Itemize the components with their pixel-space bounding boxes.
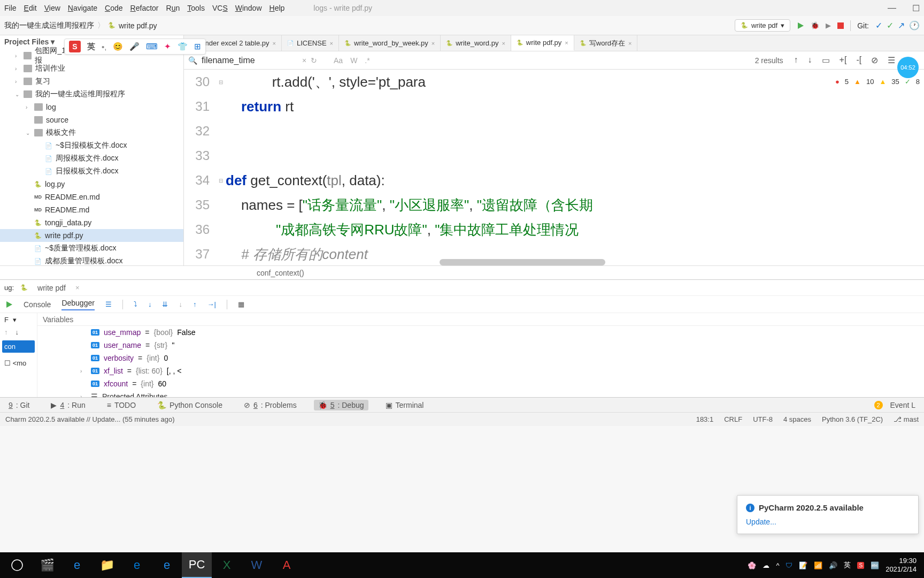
close-icon[interactable]: × (432, 40, 435, 47)
run-button[interactable] (797, 22, 804, 29)
taskbar-excel[interactable]: X (212, 552, 242, 578)
ime-emoji-icon[interactable]: 😊 (113, 42, 123, 51)
todo-toolwindow[interactable]: ≡ TODO (103, 400, 140, 410)
ime-toolbar[interactable]: S 英 •, 😊 🎤 ⌨ ✦ 👕 ⊞ (64, 39, 206, 55)
ime-lang[interactable]: 英 (87, 42, 95, 52)
run-to-cursor-icon[interactable]: →| (207, 300, 215, 308)
close-icon[interactable]: × (330, 40, 333, 47)
frame-up-icon[interactable]: ↑ (4, 328, 8, 336)
ime-menu-icon[interactable]: ⊞ (194, 42, 201, 51)
debug-session-tab[interactable]: write pdf (34, 282, 69, 294)
start-button[interactable] (2, 552, 32, 578)
search-history-icon[interactable]: ↻ (311, 56, 317, 65)
code-content[interactable]: rt.add('、', style='pt_para return rt def… (226, 70, 924, 265)
step-out-icon[interactable]: ↑ (193, 300, 197, 308)
horizontal-scrollbar[interactable] (440, 259, 605, 265)
close-icon[interactable]: × (273, 40, 276, 47)
git-push-icon[interactable]: ↗ (898, 20, 905, 31)
menu-tools[interactable]: Tools (187, 4, 205, 12)
expand-arrow-icon[interactable]: › (80, 394, 87, 398)
editor-tab[interactable]: 📄LICENSE× (282, 35, 339, 51)
editor-tab[interactable]: 🐍write pdf.py× (511, 35, 574, 51)
menu-run[interactable]: Run (166, 4, 180, 12)
tray-icon[interactable]: ☁ (763, 561, 769, 569)
ime-tool-icon[interactable]: ✦ (164, 42, 171, 51)
variable-row[interactable]: 01 verbosity = {int} 0 (37, 352, 924, 364)
editor-tab[interactable]: 🐍write_word.py× (441, 35, 511, 51)
tree-item[interactable]: MDREADME.md (0, 203, 183, 216)
tree-item[interactable]: 📄日报模板文件.docx (0, 165, 183, 178)
menu-help[interactable]: Help (270, 4, 285, 12)
menu-navigate[interactable]: Navigate (68, 4, 97, 12)
step-into-icon[interactable]: ↓ (148, 300, 152, 308)
close-icon[interactable]: × (565, 40, 568, 46)
variable-row[interactable]: ›01 xf_list = {list: 60} [, , < (37, 364, 924, 377)
tray-volume-icon[interactable]: 🔊 (829, 561, 837, 569)
debugger-tab[interactable]: Debugger (61, 299, 95, 310)
prev-match-icon[interactable]: ↑ (794, 55, 798, 65)
taskbar-ie[interactable]: e (62, 552, 92, 578)
ime-voice-icon[interactable]: 🎤 (129, 42, 140, 51)
line-separator[interactable]: CRLF (724, 415, 742, 423)
console-tab[interactable]: Console (24, 300, 51, 309)
debug-button[interactable]: 🐞 (811, 21, 819, 29)
step-into-my-icon[interactable]: ⇊ (162, 300, 168, 308)
tree-item[interactable]: 📄~$质量管理模板.docx (0, 242, 183, 255)
terminal-toolwindow[interactable]: ▣ Terminal (381, 400, 428, 410)
close-icon[interactable]: × (502, 40, 505, 47)
run-configuration-selector[interactable]: 🐍 write pdf ▾ (735, 19, 790, 32)
update-link[interactable]: Update... (746, 518, 910, 526)
minimize-button[interactable]: — (888, 3, 896, 13)
tree-item[interactable]: MDREADME.en.md (0, 191, 183, 203)
clear-search-icon[interactable]: × (302, 56, 306, 65)
tree-item[interactable]: 📄成都质量管理模板.docx (0, 255, 183, 265)
search-input[interactable] (202, 56, 298, 65)
tree-item[interactable]: 📄周报模板文件.docx (0, 152, 183, 165)
stop-button[interactable] (837, 22, 844, 29)
tree-item[interactable]: source (0, 113, 183, 126)
breadcrumb-root[interactable]: 我的一键生成运维周报程序 (4, 21, 94, 31)
editor-breadcrumb[interactable]: conf_context() (0, 265, 924, 279)
close-icon[interactable]: × (628, 40, 632, 47)
tree-item[interactable]: 🐍write pdf.py (0, 229, 183, 242)
maximize-button[interactable]: ☐ (912, 3, 920, 13)
evaluate-icon[interactable]: ▦ (238, 300, 244, 308)
frame-down-icon[interactable]: ↓ (16, 328, 19, 336)
exclude-icon[interactable]: ⊘ (871, 55, 878, 65)
coverage-button[interactable]: ▶ (826, 21, 831, 29)
tray-up-icon[interactable]: ^ (776, 561, 779, 569)
tray-sogou-icon[interactable]: S (857, 562, 864, 569)
layout-icon[interactable]: ☰ (105, 300, 112, 308)
frame-item[interactable]: con (2, 340, 35, 353)
step-over-icon[interactable]: ⤵ (134, 300, 137, 308)
select-all-icon[interactable]: ▭ (822, 55, 830, 65)
rerun-icon[interactable] (5, 301, 13, 308)
regex-icon[interactable]: .* (365, 56, 369, 65)
variable-row[interactable]: 01 user_name = {str} '' (37, 339, 924, 352)
variable-row[interactable]: 01 xfcount = {int} 60 (37, 377, 924, 390)
variable-row[interactable]: 01 use_mmap = {bool} False (37, 326, 924, 339)
tray-lang1[interactable]: 英 (844, 560, 851, 570)
editor-tab[interactable]: 🐍写word存在× (574, 35, 638, 51)
tree-item[interactable]: ⌄模板文件 (0, 126, 183, 139)
breadcrumb-file[interactable]: write pdf.py (119, 21, 157, 30)
indent-setting[interactable]: 4 spaces (783, 415, 811, 423)
file-encoding[interactable]: UTF-8 (753, 415, 773, 423)
menu-window[interactable]: Window (235, 4, 262, 12)
tree-item[interactable]: ›复习 (0, 75, 183, 88)
protected-attributes[interactable]: ›☰ Protected Attributes (37, 390, 924, 397)
frame-item[interactable]: ☐ <mo (2, 357, 35, 369)
match-case-icon[interactable]: Aa (334, 56, 343, 65)
close-icon[interactable]: × (75, 284, 80, 292)
expand-arrow-icon[interactable]: › (80, 368, 87, 374)
python-console-toolwindow[interactable]: 🐍 Python Console (153, 400, 227, 410)
python-interpreter[interactable]: Python 3.6 (TF_2C) (822, 415, 883, 423)
ime-skin-icon[interactable]: 👕 (178, 42, 188, 51)
tree-item[interactable]: ⌄我的一键生成运维周报程序 (0, 88, 183, 101)
taskbar-app[interactable]: 🎬 (32, 552, 62, 578)
add-selection-icon[interactable]: +[ (840, 55, 847, 65)
code-editor[interactable]: 30 31 32 33 34 35 36 37 ⊟⊟ rt.add('、', s… (184, 70, 924, 265)
event-log-toolwindow[interactable]: Event L (886, 400, 920, 410)
menu-edit[interactable]: Edit (24, 4, 37, 12)
taskbar-ie2[interactable]: e (152, 552, 182, 578)
